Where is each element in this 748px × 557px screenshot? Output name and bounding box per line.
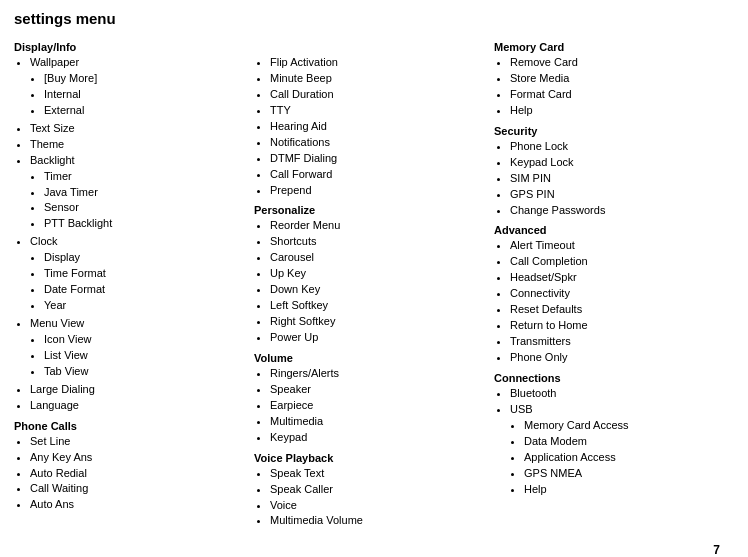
- list-item: Icon View: [44, 332, 248, 348]
- list-item: PTT Backlight: [44, 216, 248, 232]
- page-title: settings menu: [14, 10, 734, 27]
- list-item: Internal: [44, 87, 248, 103]
- menu-view-sublist: Icon View List View Tab View: [30, 332, 248, 380]
- section-advanced-title: Advanced: [494, 224, 728, 236]
- list-item: Down Key: [270, 282, 488, 298]
- list-item: Up Key: [270, 266, 488, 282]
- list-item: Phone Only: [510, 350, 728, 366]
- list-item: GPS NMEA: [524, 466, 728, 482]
- list-item: Speak Text: [270, 466, 488, 482]
- list-item: Reorder Menu: [270, 218, 488, 234]
- column-2: Flip Activation Minute Beep Call Duratio…: [254, 35, 494, 531]
- list-item: Clock Display Time Format Date Format Ye…: [30, 234, 248, 314]
- list-item: Notifications: [270, 135, 488, 151]
- list-item: Voice: [270, 498, 488, 514]
- list-item: Alert Timeout: [510, 238, 728, 254]
- list-item: Wallpaper [Buy More] Internal External: [30, 55, 248, 119]
- list-item: Power Up: [270, 330, 488, 346]
- list-item: Left Softkey: [270, 298, 488, 314]
- list-item: Text Size: [30, 121, 248, 137]
- list-item: Multimedia Volume: [270, 513, 488, 529]
- list-item: Call Forward: [270, 167, 488, 183]
- list-item: Tab View: [44, 364, 248, 380]
- personalize-list: Reorder Menu Shortcuts Carousel Up Key D…: [254, 218, 488, 346]
- list-item: Carousel: [270, 250, 488, 266]
- list-item: Large Dialing: [30, 382, 248, 398]
- section-voice-playback-title: Voice Playback: [254, 452, 488, 464]
- list-item: Flip Activation: [270, 55, 488, 71]
- list-item: List View: [44, 348, 248, 364]
- voice-playback-list: Speak Text Speak Caller Voice Multimedia…: [254, 466, 488, 530]
- list-item: [Buy More]: [44, 71, 248, 87]
- list-item: Application Access: [524, 450, 728, 466]
- list-item: SIM PIN: [510, 171, 728, 187]
- list-item: Prepend: [270, 183, 488, 199]
- section-phone-calls-title: Phone Calls: [14, 420, 248, 432]
- list-item: Transmitters: [510, 334, 728, 350]
- list-item: Help: [524, 482, 728, 498]
- usb-sublist: Memory Card Access Data Modem Applicatio…: [510, 418, 728, 498]
- list-item: Java Timer: [44, 185, 248, 201]
- security-list: Phone Lock Keypad Lock SIM PIN GPS PIN C…: [494, 139, 728, 219]
- list-item: Sensor: [44, 200, 248, 216]
- content-columns: Display/Info Wallpaper [Buy More] Intern…: [14, 35, 734, 531]
- list-item: Store Media: [510, 71, 728, 87]
- list-item: Minute Beep: [270, 71, 488, 87]
- section-security-title: Security: [494, 125, 728, 137]
- list-item: Reset Defaults: [510, 302, 728, 318]
- advanced-list: Alert Timeout Call Completion Headset/Sp…: [494, 238, 728, 366]
- list-item: Keypad: [270, 430, 488, 446]
- section-activation-title: [254, 41, 488, 53]
- list-item: USB Memory Card Access Data Modem Applic…: [510, 402, 728, 498]
- list-item: Auto Ans: [30, 497, 248, 513]
- list-item: Remove Card: [510, 55, 728, 71]
- backlight-sublist: Timer Java Timer Sensor PTT Backlight: [30, 169, 248, 233]
- list-item: Return to Home: [510, 318, 728, 334]
- section-personalize-title: Personalize: [254, 204, 488, 216]
- list-item: Data Modem: [524, 434, 728, 450]
- column-3: Memory Card Remove Card Store Media Form…: [494, 35, 734, 500]
- section-display-info-title: Display/Info: [14, 41, 248, 53]
- memory-card-list: Remove Card Store Media Format Card Help: [494, 55, 728, 119]
- list-item: Shortcuts: [270, 234, 488, 250]
- list-item: Any Key Ans: [30, 450, 248, 466]
- section-connections-title: Connections: [494, 372, 728, 384]
- list-item: Theme: [30, 137, 248, 153]
- section-memory-card-title: Memory Card: [494, 41, 728, 53]
- list-item: Display: [44, 250, 248, 266]
- list-item: Right Softkey: [270, 314, 488, 330]
- list-item: Menu View Icon View List View Tab View: [30, 316, 248, 380]
- list-item: Call Waiting: [30, 481, 248, 497]
- column-1: Display/Info Wallpaper [Buy More] Intern…: [14, 35, 254, 515]
- list-item: Timer: [44, 169, 248, 185]
- list-item: Format Card: [510, 87, 728, 103]
- list-item: Multimedia: [270, 414, 488, 430]
- page-number: 7: [713, 543, 720, 557]
- list-item: Call Duration: [270, 87, 488, 103]
- list-item: Call Completion: [510, 254, 728, 270]
- list-item: Hearing Aid: [270, 119, 488, 135]
- phone-calls-list: Set Line Any Key Ans Auto Redial Call Wa…: [14, 434, 248, 514]
- list-item: Ringers/Alerts: [270, 366, 488, 382]
- list-item: Bluetooth: [510, 386, 728, 402]
- list-item: External: [44, 103, 248, 119]
- section-volume-title: Volume: [254, 352, 488, 364]
- list-item: Change Passwords: [510, 203, 728, 219]
- page-wrapper: settings menu Display/Info Wallpaper [Bu…: [14, 10, 734, 557]
- list-item: DTMF Dialing: [270, 151, 488, 167]
- list-item: Headset/Spkr: [510, 270, 728, 286]
- list-item: Set Line: [30, 434, 248, 450]
- display-info-list: Wallpaper [Buy More] Internal External T…: [14, 55, 248, 414]
- connections-list: Bluetooth USB Memory Card Access Data Mo…: [494, 386, 728, 498]
- list-item: Auto Redial: [30, 466, 248, 482]
- list-item: Connectivity: [510, 286, 728, 302]
- wallpaper-sublist: [Buy More] Internal External: [30, 71, 248, 119]
- list-item: Help: [510, 103, 728, 119]
- list-item: Date Format: [44, 282, 248, 298]
- list-item: Speak Caller: [270, 482, 488, 498]
- list-item: Keypad Lock: [510, 155, 728, 171]
- activation-list: Flip Activation Minute Beep Call Duratio…: [254, 55, 488, 198]
- list-item: Earpiece: [270, 398, 488, 414]
- list-item: Speaker: [270, 382, 488, 398]
- list-item: Memory Card Access: [524, 418, 728, 434]
